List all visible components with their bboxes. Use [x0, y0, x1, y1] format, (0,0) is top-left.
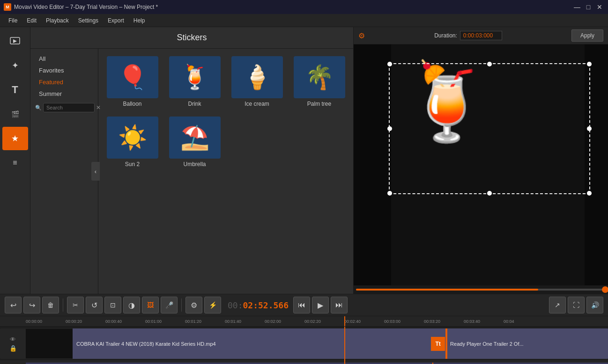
maximize-button[interactable]: □ — [584, 2, 593, 12]
color-button[interactable]: ◑ — [123, 297, 140, 313]
sticker-balloon-label: Balloon — [123, 101, 141, 107]
tool-transitions[interactable]: ✦ — [2, 54, 28, 77]
sticker-palmtree[interactable]: 🌴 Palm tree — [290, 53, 348, 110]
cat-all[interactable]: All — [35, 53, 93, 64]
timeline: 00:00:00 00:00:20 00:00:40 00:01:00 00:0… — [0, 316, 608, 364]
duration-control: Duration: — [434, 31, 502, 40]
sticker-sun2-label: Sun 2 — [125, 161, 140, 167]
progress-track[interactable] — [356, 289, 606, 291]
separator-2 — [181, 298, 182, 312]
fullscreen-button[interactable]: ⛶ — [568, 297, 585, 313]
undo-button[interactable]: ↩ — [5, 297, 22, 313]
sticker-umbrella[interactable]: ⛱️ Umbrella — [165, 114, 224, 170]
share-button[interactable]: ↗ — [549, 297, 566, 313]
menu-edit[interactable]: Edit — [22, 15, 41, 26]
separator-1 — [63, 298, 63, 312]
sticker-sun2[interactable]: ☀️ Sun 2 — [103, 114, 162, 170]
export-controls: ↗ ⛶ 🔊 — [549, 297, 603, 313]
play-button[interactable]: ▶ — [312, 297, 329, 313]
stickers-sidebar: All Favorites Featured Summer 🔍 ✕ — [30, 49, 98, 294]
ruler-mark-5: 00:01:40 — [225, 319, 241, 324]
sticker-drink[interactable]: 🍹 Drink — [165, 53, 224, 110]
tool-titles[interactable]: T — [2, 78, 28, 102]
duration-input[interactable] — [460, 31, 502, 40]
cat-summer[interactable]: Summer — [35, 88, 93, 99]
skip-back-button[interactable]: ⏮ — [293, 297, 310, 313]
ruler-mark-3: 00:01:00 — [145, 319, 162, 324]
track-1-thumbnail — [26, 329, 73, 358]
search-input[interactable] — [43, 103, 95, 112]
app-icon: M — [4, 3, 11, 11]
stickers-content: All Favorites Featured Summer 🔍 ✕ ‹ 🎈 Ba… — [30, 49, 353, 294]
progress-thumb[interactable] — [602, 286, 608, 293]
collapse-panel-button[interactable]: ‹ — [91, 162, 100, 181]
ruler-mark-4: 00:01:20 — [185, 319, 201, 324]
mic-button[interactable]: 🎤 — [161, 297, 178, 313]
track-1-content[interactable]: COBRA KAI Trailer 4 NEW (2018) Karate Ki… — [73, 328, 608, 359]
menu-export[interactable]: Export — [103, 15, 129, 26]
track-1-section2: Ready Player One Trailer 2 Of... — [447, 328, 608, 359]
tool-stickers[interactable]: ★ — [2, 127, 28, 150]
tool-more[interactable]: ≡ — [2, 151, 28, 175]
redo-button[interactable]: ↪ — [23, 297, 40, 313]
stickers-grid: 🎈 Balloon 🍹 Drink 🍦 Ice cream 🌴 Palm tre… — [103, 53, 348, 170]
ruler-mark-10: 00:03:20 — [424, 319, 440, 324]
cat-favorites[interactable]: Favorites — [35, 65, 93, 76]
lock-icon[interactable]: 🔒 — [9, 345, 17, 352]
text-marker: Tt — [431, 337, 445, 351]
tool-import[interactable] — [2, 29, 28, 53]
settings-button[interactable]: ⚙ — [185, 297, 202, 313]
progress-bar-container[interactable] — [354, 285, 608, 294]
ruler-mark-7: 00:02:20 — [304, 319, 321, 324]
cat-featured[interactable]: Featured — [35, 77, 93, 87]
delete-button[interactable]: 🗑 — [42, 297, 59, 313]
playhead-line — [344, 327, 345, 364]
sticker-balloon[interactable]: 🎈 Balloon — [103, 53, 162, 110]
minimize-button[interactable]: — — [572, 2, 582, 12]
track-1-section2-label: Ready Player One Trailer 2 Of... — [450, 341, 524, 347]
sticker-icecream[interactable]: 🍦 Ice cream — [228, 53, 286, 110]
preview-top-bar: ⚙ Duration: Apply — [354, 27, 608, 44]
crop-button[interactable]: ⊡ — [104, 297, 121, 313]
sticker-icecream-label: Ice cream — [245, 101, 269, 107]
menu-help[interactable]: Help — [129, 15, 150, 26]
left-toolbar: ✦ T 🎬 ★ ≡ — [0, 27, 30, 294]
ruler-mark-12: 00:04 — [504, 319, 514, 324]
menu-settings[interactable]: Settings — [74, 15, 103, 26]
sticker-umbrella-label: Umbrella — [183, 161, 206, 167]
duration-label: Duration: — [434, 32, 457, 39]
ruler-mark-9: 00:03:00 — [384, 319, 400, 324]
volume-button[interactable]: 🔊 — [586, 297, 603, 313]
menu-file[interactable]: File — [4, 15, 22, 26]
ruler-mark-8: 00:02:40 — [344, 319, 361, 324]
preview-panel: ⚙ Duration: Apply 🍹 — [354, 27, 608, 294]
progress-fill — [356, 289, 538, 291]
playback-controls: ⏮ ▶ ⏭ — [293, 297, 348, 313]
sticker-palmtree-label: Palm tree — [307, 101, 331, 107]
apply-button[interactable]: Apply — [571, 29, 603, 42]
track-controls-video: 👁 🔒 — [0, 335, 26, 353]
window-title: Movavi Video Editor – 7-Day Trial Versio… — [14, 4, 158, 10]
time-display-container: 00: 02:52.566 — [228, 300, 289, 310]
stickers-panel: Stickers All Favorites Featured Summer 🔍… — [30, 27, 354, 294]
sticker-drink-label: Drink — [188, 101, 201, 107]
redo2-button[interactable]: ↺ — [86, 297, 103, 313]
playhead-ruler — [344, 316, 345, 326]
track-1-label: COBRA KAI Trailer 4 NEW (2018) Karate Ki… — [76, 341, 216, 347]
filter-button[interactable]: ⚡ — [204, 297, 221, 313]
skip-forward-button[interactable]: ⏭ — [331, 297, 348, 313]
image-button[interactable]: 🖼 — [142, 297, 159, 313]
sticker-icecream-thumb: 🍦 — [231, 56, 283, 98]
ruler-mark-2: 00:00:40 — [105, 319, 122, 324]
close-button[interactable]: ✕ — [595, 2, 604, 12]
eye-icon[interactable]: 👁 — [10, 336, 16, 343]
ruler-mark-0: 00:00:00 — [26, 319, 42, 324]
time-display: 02:52.566 — [243, 300, 289, 310]
stickers-grid-container: ‹ 🎈 Balloon 🍹 Drink 🍦 Ice cream — [98, 49, 353, 294]
svg-marker-1 — [13, 39, 17, 43]
menu-playback[interactable]: Playback — [41, 15, 74, 26]
main-area: ✦ T 🎬 ★ ≡ Stickers All Favorites Feature… — [0, 27, 608, 294]
tool-filters[interactable]: 🎬 — [2, 102, 28, 126]
menu-bar: File Edit Playback Settings Export Help — [0, 14, 608, 27]
cut-button[interactable]: ✂ — [67, 297, 84, 313]
